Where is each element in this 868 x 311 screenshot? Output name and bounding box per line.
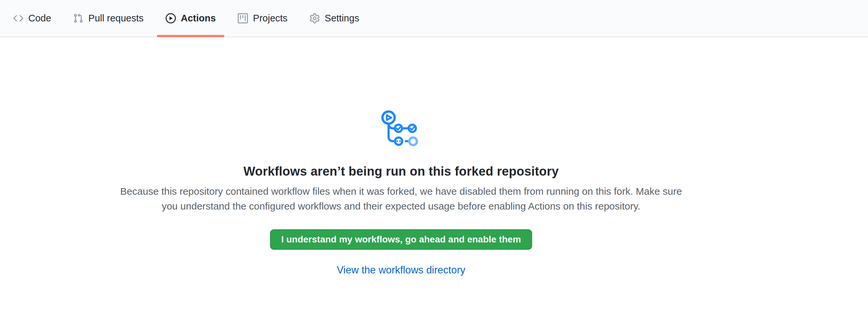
git-pull-request-icon	[73, 13, 83, 23]
actions-blankslate: Workflows aren’t being run on this forke…	[0, 37, 868, 276]
tab-projects-label: Projects	[253, 13, 287, 23]
tab-code[interactable]: Code	[5, 0, 60, 37]
actions-workflow-icon	[380, 107, 423, 150]
blankslate-description: Because this repository contained workfl…	[116, 184, 686, 214]
tab-settings-label: Settings	[325, 13, 359, 23]
code-icon	[13, 13, 23, 23]
project-icon	[238, 13, 248, 23]
tab-actions-label: Actions	[181, 13, 216, 23]
tab-pull-requests-label: Pull requests	[88, 13, 144, 23]
page-title: Workflows aren’t being run on this forke…	[243, 164, 559, 179]
tab-projects[interactable]: Projects	[229, 0, 296, 37]
enable-workflows-button[interactable]: I understand my workflows, go ahead and …	[270, 229, 532, 250]
tab-settings[interactable]: Settings	[301, 0, 368, 37]
play-icon	[166, 13, 176, 23]
repo-tab-nav: Code Pull requests Actions Projects Sett…	[0, 0, 868, 37]
tab-code-label: Code	[28, 13, 51, 23]
tab-actions[interactable]: Actions	[157, 0, 224, 37]
view-workflows-directory-link[interactable]: View the workflows directory	[337, 264, 466, 276]
tab-pull-requests[interactable]: Pull requests	[65, 0, 152, 37]
gear-icon	[310, 13, 320, 23]
